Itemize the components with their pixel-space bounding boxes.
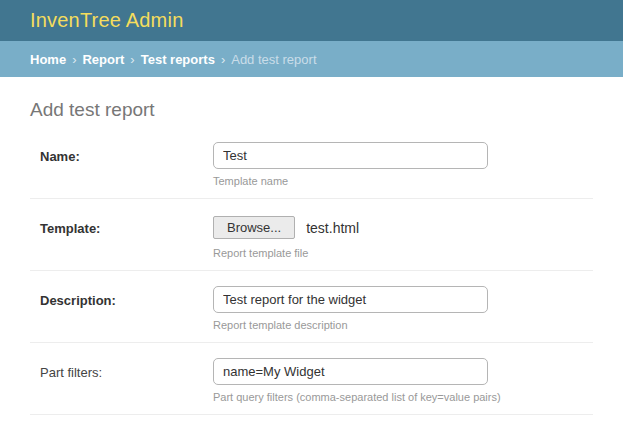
breadcrumb: Home › Report › Test reports › Add test … [0,41,623,77]
selected-file-name: test.html [306,220,359,236]
part-filters-input[interactable] [213,358,488,385]
description-help-text: Report template description [213,319,593,331]
template-help-text: Report template file [213,247,593,259]
breadcrumb-current: Add test report [231,52,316,67]
breadcrumb-link-test-reports[interactable]: Test reports [141,52,215,67]
template-file-widget: Browse... test.html [213,214,593,241]
name-input[interactable] [213,142,488,169]
form-row-part-filters: Part filters: Part query filters (comma-… [30,343,593,415]
name-help-text: Template name [213,175,593,187]
browse-button[interactable]: Browse... [213,216,295,239]
name-label: Name: [40,149,80,164]
form-row-name: Name: Template name [30,127,593,199]
form-row-template: Template: Browse... test.html Report tem… [30,199,593,271]
main-content: Add test report Name: Template name Temp… [0,99,623,415]
breadcrumb-link-report[interactable]: Report [82,52,124,67]
form-row-description: Description: Report template description [30,271,593,343]
add-test-report-form: Name: Template name Template: Browse... … [30,127,593,415]
breadcrumb-separator: › [72,52,76,67]
page-title: Add test report [30,99,593,121]
template-label: Template: [40,221,100,236]
part-filters-label: Part filters: [40,365,102,380]
part-filters-help-text: Part query filters (comma-separated list… [213,391,593,403]
breadcrumb-separator: › [221,52,225,67]
brand-title[interactable]: InvenTree Admin [30,9,183,32]
breadcrumb-separator: › [130,52,134,67]
admin-header: InvenTree Admin [0,0,623,41]
description-label: Description: [40,293,116,308]
description-input[interactable] [213,286,488,313]
breadcrumb-link-home[interactable]: Home [30,52,66,67]
